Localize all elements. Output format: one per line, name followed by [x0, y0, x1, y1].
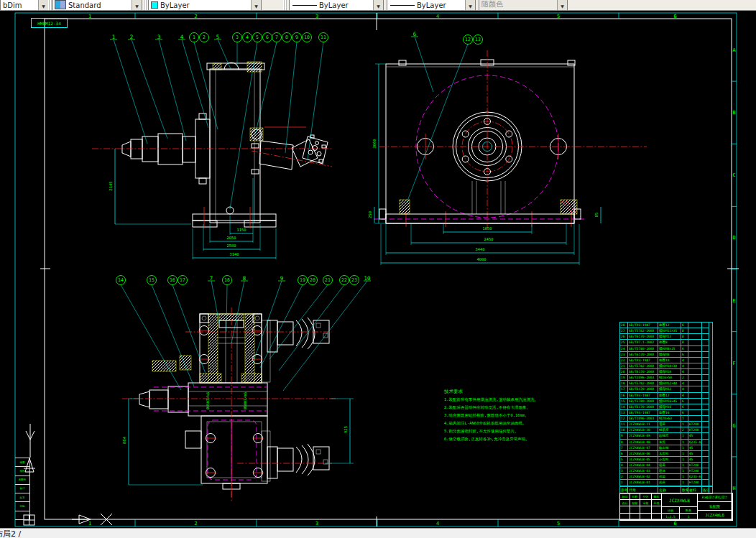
bom-cell: 螺栓M8×25 [658, 346, 681, 352]
technical-notes: 技术要求 1.装配前所有零件用煤油清洗,滚动轴承用汽油清洗。2.装配后各运动件应… [444, 388, 609, 443]
border-strip-cell: 装订 [15, 485, 30, 493]
bom-cell: 透盖 [658, 422, 681, 427]
zone-number: 6 [673, 14, 676, 19]
text-style-combo[interactable]: Standard ▼ [52, 0, 142, 11]
bom-cell [702, 363, 709, 369]
scale-value: 1:2.5 [662, 514, 680, 520]
bom-cell: 6 [681, 410, 688, 416]
bom-cell: 21 [620, 363, 628, 369]
chevron-down-icon[interactable]: ▼ [38, 0, 48, 10]
sheet-corner-label: HM0M12-34 [31, 18, 68, 28]
revision-cell [620, 506, 630, 513]
bom-cell: 1 [681, 422, 688, 427]
color-combo[interactable]: ByLayer ▼ [148, 0, 262, 11]
leader-line [114, 40, 147, 144]
bom-cell: JCZX4WLB-08 [628, 440, 658, 445]
leader-line [121, 285, 181, 391]
balloon-number: 4 [180, 34, 184, 40]
bom-cell: JCZX4WLB-06 [628, 451, 658, 457]
bom-cell: 轴承座 [658, 427, 681, 433]
balloon-number: 1 [193, 34, 195, 40]
view-end [374, 50, 647, 265]
zone-letter: D [732, 235, 735, 241]
bom-cell [688, 393, 702, 399]
bom-cell: 螺母M16 [658, 404, 681, 410]
bom-cell: GB/T93-1987 [628, 323, 658, 328]
bom-cell: 螺母M12 [658, 334, 681, 340]
balloon-number: 9 [295, 34, 298, 40]
bom-cell: 6 [681, 323, 688, 328]
bom-cell: JCZX4WLB-02 [628, 474, 658, 480]
zone-number: 3 [315, 521, 318, 527]
balloon-number: 8 [285, 34, 288, 40]
bom-cell: GB/T6170-2000 [628, 369, 658, 375]
balloon-number: 6 [413, 31, 417, 37]
dimension-value: 250 [368, 211, 372, 218]
bom-cell: 1 [681, 440, 688, 445]
view-front-section [92, 62, 332, 259]
layout-tab-label[interactable]: 布局2 / [0, 529, 21, 538]
revision-cell: 批准 [652, 500, 662, 506]
balloon-number: 15 [149, 277, 155, 283]
chevron-down-icon[interactable]: ▼ [373, 0, 383, 10]
revision-cell [630, 506, 640, 513]
bom-cell: JCZX4WLB-05 [628, 457, 658, 463]
bom-cell [702, 340, 709, 345]
dim-style-value: bDim [1, 1, 38, 10]
bom-cell: 45 [688, 433, 702, 439]
bom-table: 28GB/T93-1987垫圈12627GB/T5782-2000螺栓M12×3… [619, 322, 713, 487]
bom-cell: JCZX4WLB-07 [628, 445, 658, 451]
bom-cell: JCZX4WLB-04 [628, 463, 658, 468]
bom-cell: 7 [620, 445, 628, 451]
bom-cell: 1 [681, 457, 688, 463]
bom-cell: JCZX4WLB-09 [628, 433, 658, 439]
plot-style-combo: 随颜色 ▼ [479, 0, 568, 11]
bom-cell [702, 457, 709, 463]
bom-cell [702, 334, 709, 340]
bom-cell: 16 [620, 393, 628, 399]
balloon-number: 4 [246, 34, 249, 40]
balloon-number: 5 [256, 34, 259, 40]
zone-number: 4 [436, 521, 439, 527]
zone-number: 6 [673, 521, 676, 527]
linetype-combo[interactable]: ByLayer ▼ [289, 0, 384, 11]
leader-line [260, 285, 303, 368]
properties-toolbar: bDim ▼ Standard ▼ ByLayer ▼ ByLayer ▼ By… [0, 0, 756, 11]
balloon-number: 7 [275, 34, 278, 40]
balloon-number: 16 [170, 277, 175, 283]
dim-style-combo[interactable]: bDim ▼ [0, 0, 49, 11]
lineweight-sample-icon [390, 5, 415, 6]
chevron-down-icon[interactable]: ▼ [465, 0, 475, 10]
linetype-sample-icon [292, 5, 317, 6]
bom-cell: 26 [620, 334, 628, 340]
bom-cell: 螺栓M16×45 [658, 399, 681, 404]
bom-cell: 1 [681, 451, 688, 457]
bom-cell [702, 422, 709, 427]
bom-cell: 8 [681, 340, 688, 345]
revision-cell [640, 506, 652, 513]
bom-cell: GB/T1096-2003 [628, 416, 658, 422]
bom-cell: 输出轴 [658, 445, 681, 451]
dimension-value: 1050 [482, 226, 492, 231]
bom-cell: 4 [681, 386, 688, 392]
lineweight-combo[interactable]: ByLayer ▼ [387, 0, 476, 11]
bom-cell: 27 [620, 328, 628, 334]
dimension-value: 1150 [236, 228, 246, 232]
leader-line [226, 285, 227, 333]
bom-cell: HT200 [688, 422, 702, 427]
note-line: 5.剖分面涂密封胶,不允许使用任何垫片。 [444, 427, 609, 435]
fit-callout: Ø60H7/m6 [243, 392, 247, 409]
bom-cell: GB/T6170-2000 [628, 352, 658, 358]
toolbar-separator [48, 0, 52, 10]
revision-cell: 签名 [652, 493, 662, 500]
scale-label: 比例 [662, 507, 680, 514]
zone-letter: G [732, 423, 735, 429]
bom-cell: 10 [620, 427, 628, 433]
chevron-down-icon[interactable]: ▼ [132, 0, 142, 10]
bom-cell [688, 323, 702, 328]
bom-cell: 1 [681, 463, 688, 468]
chevron-down-icon[interactable]: ▼ [251, 0, 261, 10]
bom-cell: 12 [620, 416, 628, 422]
view-plan-section [122, 307, 354, 503]
bom-cell: 箱盖 [658, 463, 681, 468]
